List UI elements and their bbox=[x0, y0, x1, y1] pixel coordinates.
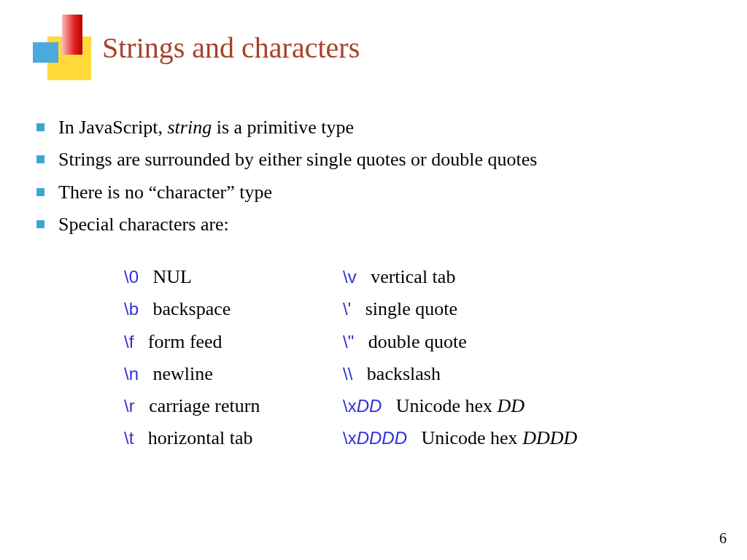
decor-red-bar bbox=[62, 15, 82, 55]
escape-desc: backslash bbox=[367, 363, 441, 384]
escape-code: \b bbox=[124, 299, 139, 319]
bullet-item: In JavaScript, string is a primitive typ… bbox=[36, 113, 718, 142]
code-italic: DD bbox=[357, 396, 382, 416]
page-number: 6 bbox=[719, 530, 727, 547]
escape-code: \n bbox=[124, 364, 139, 384]
escape-code: \0 bbox=[124, 267, 139, 287]
bullet-text: Strings are surrounded by either single … bbox=[58, 149, 537, 170]
escape-desc: vertical tab bbox=[371, 266, 455, 287]
escape-desc: horizontal tab bbox=[148, 427, 253, 448]
escape-desc: newline bbox=[153, 363, 213, 384]
table-cell: \" double quote bbox=[343, 326, 467, 358]
table-cell: \f form feed bbox=[124, 326, 343, 358]
code-part: \x bbox=[343, 428, 357, 448]
table-cell: \b backspace bbox=[124, 293, 343, 325]
slide-title: Strings and characters bbox=[102, 31, 360, 65]
code-part: \x bbox=[343, 396, 357, 416]
table-cell: \0 NUL bbox=[124, 261, 343, 293]
bullet-text: is a primitive type bbox=[212, 117, 354, 138]
decor-blue-square bbox=[33, 42, 58, 63]
desc-italic: DDDD bbox=[522, 427, 577, 448]
bullet-italic: string bbox=[167, 117, 212, 138]
bullet-item: Special characters are: bbox=[36, 210, 718, 239]
escape-code: \xDD bbox=[343, 396, 382, 416]
table-row: \t horizontal tab \xDDDD Unicode hex DDD… bbox=[124, 422, 718, 454]
table-row: \f form feed \" double quote bbox=[124, 326, 718, 358]
bullet-text: In JavaScript, bbox=[58, 117, 167, 138]
escape-desc: single quote bbox=[365, 298, 457, 319]
escape-desc: carriage return bbox=[149, 395, 260, 416]
bullet-list: In JavaScript, string is a primitive typ… bbox=[36, 113, 718, 239]
escape-code: \r bbox=[124, 396, 135, 416]
desc-part: Unicode hex bbox=[396, 395, 498, 416]
table-cell: \n newline bbox=[124, 358, 343, 390]
table-cell: \xDDDD Unicode hex DDDD bbox=[343, 422, 577, 454]
table-row: \0 NUL \v vertical tab bbox=[124, 261, 718, 293]
escape-desc: form feed bbox=[148, 331, 222, 352]
bullet-text: Special characters are: bbox=[58, 214, 229, 235]
slide-content: In JavaScript, string is a primitive typ… bbox=[36, 113, 718, 454]
escape-desc: Unicode hex DD bbox=[396, 395, 525, 416]
escape-desc: backspace bbox=[153, 298, 231, 319]
escape-code: \\ bbox=[343, 364, 352, 384]
table-cell: \r carriage return bbox=[124, 390, 343, 422]
escape-code: \' bbox=[343, 299, 351, 319]
table-cell: \v vertical tab bbox=[343, 261, 455, 293]
table-row: \b backspace \' single quote bbox=[124, 293, 718, 325]
escape-desc: Unicode hex DDDD bbox=[422, 427, 578, 448]
table-cell: \\ backslash bbox=[343, 358, 441, 390]
escape-desc: double quote bbox=[368, 331, 467, 352]
desc-part: Unicode hex bbox=[422, 427, 523, 448]
table-cell: \xDD Unicode hex DD bbox=[343, 390, 525, 422]
escape-code: \t bbox=[124, 428, 133, 448]
desc-italic: DD bbox=[497, 395, 525, 416]
bullet-item: Strings are surrounded by either single … bbox=[36, 145, 718, 174]
slide-decoration bbox=[33, 15, 98, 73]
escape-code: \f bbox=[124, 332, 133, 351]
table-row: \r carriage return \xDD Unicode hex DD bbox=[124, 390, 718, 422]
escape-code: \xDDDD bbox=[343, 428, 407, 448]
table-cell: \' single quote bbox=[343, 293, 457, 325]
table-cell: \t horizontal tab bbox=[124, 422, 343, 454]
special-characters-table: \0 NUL \v vertical tab \b backspace \' s… bbox=[124, 261, 718, 454]
table-row: \n newline \\ backslash bbox=[124, 358, 718, 390]
bullet-item: There is no “character” type bbox=[36, 178, 718, 207]
bullet-text: There is no “character” type bbox=[58, 182, 272, 203]
escape-code: \" bbox=[343, 332, 354, 351]
code-italic: DDDD bbox=[357, 428, 407, 448]
escape-desc: NUL bbox=[153, 266, 192, 287]
escape-code: \v bbox=[343, 267, 357, 287]
